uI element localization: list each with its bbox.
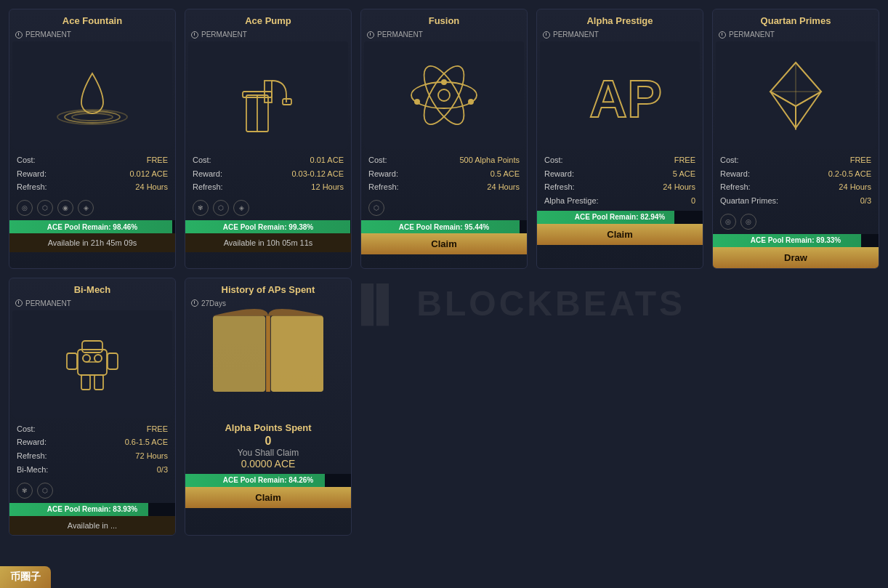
svg-point-12 xyxy=(441,79,447,85)
empty-col-3 xyxy=(360,278,879,536)
clock-icon xyxy=(191,31,198,39)
badge-fusion: PERMANENT xyxy=(361,29,527,41)
icon-1: ✾ xyxy=(17,483,33,499)
image-fusion xyxy=(364,41,524,149)
bottom-logo: 币圈子 xyxy=(0,566,51,588)
svg-rect-26 xyxy=(82,341,102,353)
info-alpha-prestige: Cost:FREE Reward:5 ACE Refresh:24 Hours … xyxy=(537,149,703,211)
history-body: Alpha Points Spent 0 You Shall Claim 0.0… xyxy=(185,418,351,474)
icon-2: ⬡ xyxy=(37,200,53,216)
action-quartan-primes[interactable]: Draw xyxy=(713,247,879,268)
svg-point-28 xyxy=(94,355,102,362)
card-title-quartan-primes: Quartan Primes xyxy=(713,9,879,29)
action-fusion[interactable]: Claim xyxy=(361,233,527,254)
pool-bar-fusion: ACE Pool Remain: 95.44% xyxy=(361,220,527,233)
svg-point-1 xyxy=(72,113,113,121)
icons-ace-pump: ✾ ⬡ ◈ xyxy=(185,197,351,220)
you-shall-claim-value: 0.0000 ACE xyxy=(193,458,344,470)
pool-bar-alpha-prestige: ACE Pool Remain: 82.94% xyxy=(537,211,703,224)
svg-point-14 xyxy=(414,99,420,105)
pool-bar-history: ACE Pool Remain: 84.26% xyxy=(185,474,351,487)
pool-text: ACE Pool Remain: 99.38% xyxy=(223,223,314,231)
card-title-alpha-prestige: Alpha Prestige xyxy=(537,9,703,29)
pool-text: ACE Pool Remain: 95.44% xyxy=(399,223,490,231)
card-history: History of APs Spent 27Days Alpha Points… xyxy=(185,278,352,536)
top-card-grid: Ace Fountain PERMANENT Cost:FREE Reward:… xyxy=(0,0,888,278)
svg-point-2 xyxy=(57,110,127,124)
clock-icon xyxy=(15,299,23,307)
icon-4: ◈ xyxy=(78,200,94,216)
card-ace-fountain: Ace Fountain PERMANENT Cost:FREE Reward:… xyxy=(9,9,176,269)
image-history xyxy=(185,310,351,418)
alpha-spent-value: 0 xyxy=(193,435,344,448)
svg-rect-25 xyxy=(108,353,118,369)
card-title-ace-fountain: Ace Fountain xyxy=(9,9,175,29)
icons-fusion: ⬡ xyxy=(361,197,527,220)
image-quartan-primes xyxy=(716,41,876,149)
svg-marker-17 xyxy=(796,92,821,128)
icon-1: ◎ xyxy=(17,200,33,216)
card-bi-mech: Bi-Mech PERMANENT Cost:FREE Reward:0.6-1… xyxy=(9,278,176,536)
action-history[interactable]: Claim xyxy=(185,487,351,508)
card-title-fusion: Fusion xyxy=(361,9,527,29)
badge-bi-mech: PERMANENT xyxy=(9,298,175,310)
pool-text: ACE Pool Remain: 82.94% xyxy=(575,213,666,221)
card-fusion: Fusion PERMANENT Cost:500 Alpha Points R… xyxy=(360,9,528,269)
svg-point-27 xyxy=(83,355,90,362)
card-ace-pump: Ace Pump PERMANENT Cost:0.01 ACE Reward:… xyxy=(185,9,352,269)
image-bi-mech xyxy=(12,310,172,418)
icons-bi-mech: ✾ ⬡ xyxy=(9,480,175,503)
icons-ace-fountain: ◎ ⬡ ◉ ◈ xyxy=(9,197,175,220)
alpha-spent-label: Alpha Points Spent xyxy=(193,422,344,433)
icons-quartan-primes: ◎ ◎ xyxy=(713,211,879,234)
icon-3: ◈ xyxy=(233,200,249,216)
svg-rect-23 xyxy=(94,375,103,390)
icon-3: ◉ xyxy=(57,200,73,216)
status-ace-fountain: Available in 21h 45m 09s xyxy=(9,233,175,252)
pool-bar-ace-fountain: ACE Pool Remain: 98.46% xyxy=(9,220,175,233)
clock-icon xyxy=(15,31,23,39)
icon-2: ⬡ xyxy=(213,200,229,216)
icon-1: ◎ xyxy=(720,214,736,230)
image-ace-fountain xyxy=(12,41,172,149)
pool-text: ACE Pool Remain: 98.46% xyxy=(47,223,138,231)
icon-2: ◎ xyxy=(740,214,756,230)
badge-quartan-primes: PERMANENT xyxy=(713,29,879,41)
svg-point-8 xyxy=(438,89,450,101)
svg-marker-18 xyxy=(770,92,796,128)
info-ace-fountain: Cost:FREE Reward:0.012 ACE Refresh:24 Ho… xyxy=(9,149,175,197)
badge-ace-fountain: PERMANENT xyxy=(9,29,175,41)
clock-icon xyxy=(719,31,726,39)
card-quartan-primes: Quartan Primes PERMANENT Cost:FREE Rewar… xyxy=(712,9,879,269)
clock-icon xyxy=(543,31,550,39)
card-title-bi-mech: Bi-Mech xyxy=(9,278,175,298)
clock-icon xyxy=(367,31,374,39)
pool-bar-quartan-primes: ACE Pool Remain: 89.33% xyxy=(713,234,879,247)
image-ace-pump xyxy=(188,41,348,149)
pool-bar-ace-pump: ACE Pool Remain: 99.38% xyxy=(185,220,351,233)
pool-text: ACE Pool Remain: 83.93% xyxy=(47,505,138,513)
info-bi-mech: Cost:FREE Reward:0.6-1.5 ACE Refresh:72 … xyxy=(9,418,175,480)
status-bi-mech: Available in ... xyxy=(9,516,175,535)
icon-1: ✾ xyxy=(193,200,209,216)
pool-text: ACE Pool Remain: 84.26% xyxy=(223,476,314,484)
card-title-ace-pump: Ace Pump xyxy=(185,9,351,29)
svg-rect-30 xyxy=(213,315,265,392)
svg-rect-31 xyxy=(271,315,323,392)
svg-rect-5 xyxy=(283,99,291,105)
pool-text: ACE Pool Remain: 89.33% xyxy=(751,236,841,244)
action-alpha-prestige[interactable]: Claim xyxy=(537,224,703,245)
info-quartan-primes: Cost:FREE Reward:0.2-0.5 ACE Refresh:24 … xyxy=(713,149,879,211)
info-fusion: Cost:500 Alpha Points Reward:0.5 ACE Ref… xyxy=(361,149,527,197)
svg-point-9 xyxy=(411,82,477,108)
bottom-card-grid: Bi-Mech PERMANENT Cost:FREE Reward:0.6-1… xyxy=(0,278,888,544)
badge-alpha-prestige: PERMANENT xyxy=(537,29,703,41)
icon-2: ⬡ xyxy=(37,483,53,499)
svg-rect-24 xyxy=(67,353,77,369)
badge-ace-pump: PERMANENT xyxy=(185,29,351,41)
svg-point-13 xyxy=(468,99,474,105)
pool-bar-bi-mech: ACE Pool Remain: 83.93% xyxy=(9,503,175,516)
you-shall-claim-label: You Shall Claim xyxy=(193,448,344,458)
info-ace-pump: Cost:0.01 ACE Reward:0.03-0.12 ACE Refre… xyxy=(185,149,351,197)
image-alpha-prestige: AP xyxy=(540,41,700,149)
